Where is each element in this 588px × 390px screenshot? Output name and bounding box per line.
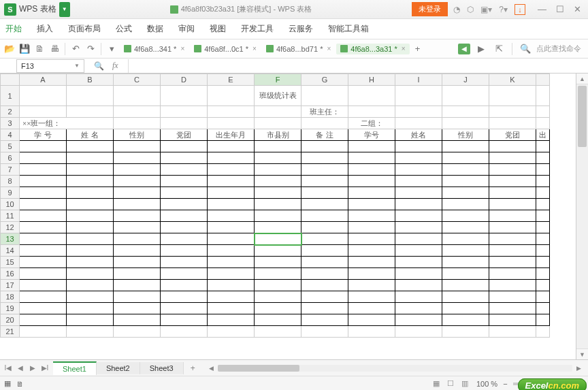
cell-J11[interactable]: [442, 210, 489, 222]
cell-F9[interactable]: [255, 187, 301, 199]
cell-I13[interactable]: [395, 233, 442, 245]
cell-C12[interactable]: [114, 222, 161, 233]
cell-H1[interactable]: [348, 86, 395, 106]
cell-C19[interactable]: [114, 303, 161, 314]
cell-C1[interactable]: [114, 86, 161, 106]
cell-overflow-20[interactable]: [536, 314, 550, 326]
cell-K8[interactable]: [489, 176, 536, 187]
row-header-16[interactable]: 16: [1, 268, 20, 280]
menu-data[interactable]: 数据: [147, 23, 163, 35]
undo-icon[interactable]: ↶: [69, 42, 82, 56]
cell-A4[interactable]: 学 号: [20, 129, 67, 141]
cell-I15[interactable]: [395, 257, 442, 268]
zoom-value[interactable]: 100 %: [476, 380, 497, 388]
cell-I10[interactable]: [395, 199, 442, 210]
cell-B9[interactable]: [67, 187, 114, 199]
cell-overflow-10[interactable]: [536, 199, 550, 210]
cell-K11[interactable]: [489, 210, 536, 222]
close-button[interactable]: ✕: [574, 4, 581, 14]
cell-D3[interactable]: [161, 118, 208, 129]
cell-J2[interactable]: [442, 106, 489, 118]
cell-H15[interactable]: [348, 257, 395, 268]
cell-B13[interactable]: [67, 233, 114, 245]
cell-H12[interactable]: [348, 222, 395, 233]
cell-overflow-14[interactable]: [536, 245, 550, 257]
cell-I2[interactable]: [395, 106, 442, 118]
cell-C3[interactable]: [114, 118, 161, 129]
cell-F15[interactable]: [255, 257, 301, 268]
cell-K20[interactable]: [489, 314, 536, 326]
cell-I19[interactable]: [395, 303, 442, 314]
cell-overflow-21[interactable]: [536, 326, 550, 338]
row-header-20[interactable]: 20: [1, 314, 20, 326]
cell-J10[interactable]: [442, 199, 489, 210]
cell-E21[interactable]: [208, 326, 255, 338]
cell-H17[interactable]: [348, 280, 395, 291]
cell-G18[interactable]: [301, 291, 348, 303]
zoom-out-button[interactable]: −: [503, 380, 507, 388]
cell-D10[interactable]: [161, 199, 208, 210]
row-header-17[interactable]: 17: [1, 280, 20, 291]
row-header-14[interactable]: 14: [1, 245, 20, 257]
cell-K7[interactable]: [489, 164, 536, 176]
cell-A20[interactable]: [20, 314, 67, 326]
cell-K19[interactable]: [489, 303, 536, 314]
cell-E7[interactable]: [208, 164, 255, 176]
cell-B10[interactable]: [67, 199, 114, 210]
cell-F10[interactable]: [255, 199, 301, 210]
cell-C17[interactable]: [114, 280, 161, 291]
cell-C20[interactable]: [114, 314, 161, 326]
row-header-13[interactable]: 13: [1, 233, 20, 245]
cell-H21[interactable]: [348, 326, 395, 338]
cell-D7[interactable]: [161, 164, 208, 176]
cell-G16[interactable]: [301, 268, 348, 280]
cell-K18[interactable]: [489, 291, 536, 303]
cell-K10[interactable]: [489, 199, 536, 210]
cell-F5[interactable]: [255, 141, 301, 152]
cell-D14[interactable]: [161, 245, 208, 257]
doc-tab-4[interactable]: 4f6a8...3a31 *×: [336, 44, 409, 54]
cell-J12[interactable]: [442, 222, 489, 233]
cell-C9[interactable]: [114, 187, 161, 199]
sheet-tab-3[interactable]: Sheet3: [140, 362, 184, 374]
cell-E8[interactable]: [208, 176, 255, 187]
cell-I5[interactable]: [395, 141, 442, 152]
cell-E1[interactable]: [208, 86, 255, 106]
cell-overflow-18[interactable]: [536, 291, 550, 303]
formula-input[interactable]: [128, 59, 588, 73]
cell-K2[interactable]: [489, 106, 536, 118]
cell-E3[interactable]: [208, 118, 255, 129]
menu-smart[interactable]: 智能工具箱: [328, 23, 369, 35]
cell-G14[interactable]: [301, 245, 348, 257]
cell-F17[interactable]: [255, 280, 301, 291]
cell-G7[interactable]: [301, 164, 348, 176]
cell-E9[interactable]: [208, 187, 255, 199]
row-header-11[interactable]: 11: [1, 210, 20, 222]
cell-A11[interactable]: [20, 210, 67, 222]
feedback-icon[interactable]: ▣▾: [480, 5, 492, 14]
row-header-15[interactable]: 15: [1, 257, 20, 268]
row-header-21[interactable]: 21: [1, 326, 20, 338]
cell-K3[interactable]: [489, 118, 536, 129]
cell-A5[interactable]: [20, 141, 67, 152]
close-icon[interactable]: ×: [180, 45, 184, 52]
close-icon[interactable]: ×: [327, 45, 331, 52]
doc-tab-2[interactable]: 4f6a8f...0c1 *×: [190, 44, 261, 54]
cell-G11[interactable]: [301, 210, 348, 222]
col-header-E[interactable]: E: [208, 74, 255, 86]
cell-E2[interactable]: [208, 106, 255, 118]
cell-C11[interactable]: [114, 210, 161, 222]
spreadsheet-grid[interactable]: ABCDEFGHIJK1班级统计表2班主任：3××班一组：二组：4学 号姓 名性…: [0, 74, 588, 359]
cell-K16[interactable]: [489, 268, 536, 280]
cell-D18[interactable]: [161, 291, 208, 303]
menu-formula[interactable]: 公式: [116, 23, 132, 35]
cell-J6[interactable]: [442, 152, 489, 164]
cell-D4[interactable]: 党团: [161, 129, 208, 141]
chevron-down-icon[interactable]: ▼: [74, 63, 80, 69]
cell-A14[interactable]: [20, 245, 67, 257]
more-dropdown-icon[interactable]: ▾: [105, 42, 118, 56]
cell-I17[interactable]: [395, 280, 442, 291]
cell-H7[interactable]: [348, 164, 395, 176]
cell-E4[interactable]: 出生年月: [208, 129, 255, 141]
col-header-K[interactable]: K: [489, 74, 536, 86]
